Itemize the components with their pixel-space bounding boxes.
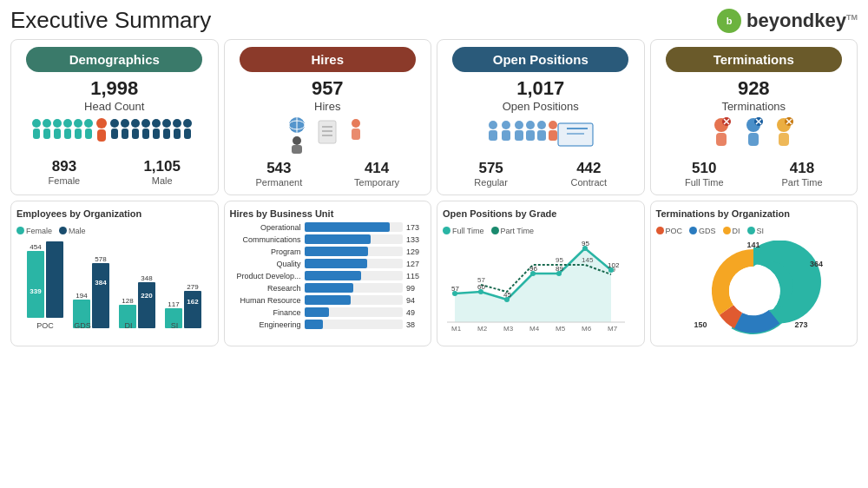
- charts-row: Employees by Organization Female Male 45…: [10, 201, 858, 346]
- open-by-grade-svg: M1 M2 M3 M4 M5 M6 M7 57 60 45 96 89 95 1…: [443, 241, 634, 333]
- hires-by-bu-title: Hires by Business Unit: [230, 208, 426, 219]
- demographics-header: Demographics: [26, 47, 202, 72]
- list-item: Research 99: [230, 283, 426, 293]
- svg-point-10: [74, 119, 82, 128]
- hires-icon: [230, 116, 426, 155]
- svg-point-18: [121, 119, 129, 128]
- svg-point-14: [96, 118, 107, 129]
- terminations-total-label: Terminations: [656, 100, 852, 113]
- svg-rect-27: [163, 129, 170, 139]
- list-item: Finance 49: [230, 307, 426, 317]
- female-label: Female: [49, 175, 81, 186]
- svg-rect-93: [184, 291, 201, 328]
- svg-text:145: 145: [582, 256, 594, 264]
- svg-rect-53: [526, 130, 535, 141]
- logo: b beyondkeyTM: [717, 9, 858, 33]
- svg-text:454: 454: [30, 243, 42, 251]
- svg-text:GDS: GDS: [74, 321, 91, 330]
- kpi-row: Demographics 1,998 Head Count: [10, 39, 858, 195]
- svg-point-26: [162, 119, 171, 128]
- logo-text: beyondkeyTM: [746, 10, 858, 32]
- parttime-item: 418 Part Time: [781, 160, 822, 188]
- svg-rect-15: [97, 129, 106, 142]
- svg-rect-55: [537, 130, 546, 141]
- si-legend: SI: [747, 222, 765, 238]
- female-item: 893 Female: [49, 158, 81, 186]
- svg-point-46: [489, 121, 497, 129]
- svg-point-6: [53, 119, 62, 128]
- svg-point-122: [608, 267, 614, 273]
- male-legend: Male: [59, 222, 86, 238]
- list-item: Communications 133: [230, 234, 426, 244]
- svg-point-41: [352, 119, 360, 128]
- svg-rect-21: [132, 129, 139, 139]
- svg-point-28: [173, 119, 181, 128]
- svg-point-50: [515, 121, 523, 129]
- svg-point-35: [293, 136, 301, 145]
- parttime-count: 418: [781, 160, 822, 177]
- svg-rect-17: [111, 129, 118, 139]
- svg-text:M5: M5: [556, 325, 566, 333]
- donut-hole: [729, 267, 778, 315]
- svg-point-22: [141, 119, 150, 128]
- svg-rect-69: [779, 133, 789, 146]
- di-legend: DI: [723, 222, 740, 238]
- svg-rect-37: [319, 121, 336, 143]
- svg-text:M4: M4: [529, 325, 540, 333]
- male-item: 1,105 Male: [143, 158, 181, 186]
- svg-text:384: 384: [95, 279, 107, 287]
- list-item: Quality 127: [230, 259, 426, 268]
- term-by-org-chart: Terminations by Organization POC GDS DI …: [650, 201, 858, 346]
- svg-rect-3: [33, 129, 40, 139]
- demographics-total: 1,998: [16, 77, 213, 100]
- terminations-icon: [656, 116, 852, 155]
- hires-sub: 543 Permanent 414 Temporary: [230, 160, 426, 188]
- parttime-label: Part Time: [781, 177, 822, 188]
- svg-point-20: [131, 119, 140, 128]
- hires-total: 957: [230, 77, 426, 100]
- svg-point-116: [452, 291, 457, 296]
- terminations-total: 928: [656, 77, 852, 100]
- svg-rect-13: [85, 129, 92, 139]
- permanent-count: 543: [255, 160, 302, 177]
- gds-legend: GDS: [689, 222, 716, 238]
- svg-text:b: b: [727, 16, 733, 26]
- open-by-grade-title: Open Positions by Grade: [443, 208, 639, 219]
- svg-text:SI: SI: [171, 321, 179, 330]
- demographics-sub: 893 Female 1,105 Male: [16, 158, 213, 186]
- donut-chart: 141 364 273 150: [656, 241, 852, 337]
- demographics-total-label: Head Count: [16, 100, 213, 113]
- page-title: Executive Summary: [10, 7, 211, 34]
- svg-text:M2: M2: [477, 325, 488, 333]
- svg-text:M1: M1: [451, 325, 462, 333]
- permanent-item: 543 Permanent: [255, 160, 302, 188]
- parttime-legend: Part Time: [491, 222, 535, 238]
- hires-by-bu-chart: Hires by Business Unit Operational 173 C…: [224, 201, 432, 346]
- svg-text:DI: DI: [125, 321, 133, 330]
- terminations-header: Terminations: [666, 47, 842, 72]
- logo-icon: b: [717, 9, 741, 33]
- svg-text:95: 95: [556, 256, 563, 264]
- emp-by-org-svg: 454 793 339 POC 194 578 384 GDS 128 348: [16, 241, 207, 339]
- svg-text:279: 279: [187, 283, 199, 291]
- demographics-icon: [16, 116, 213, 153]
- svg-rect-47: [489, 130, 497, 141]
- svg-text:M3: M3: [503, 325, 514, 333]
- svg-text:POC: POC: [36, 321, 54, 330]
- temporary-label: Temporary: [354, 177, 399, 188]
- open-positions-header: Open Positions: [452, 47, 628, 72]
- donut-svg: 141 364 273 150: [662, 241, 845, 338]
- svg-text:348: 348: [141, 274, 153, 282]
- svg-text:128: 128: [122, 297, 134, 305]
- svg-point-118: [504, 297, 510, 302]
- svg-rect-36: [292, 145, 302, 154]
- svg-point-2: [32, 119, 41, 128]
- open-positions-card: Open Positions 1,017 Open Positions: [437, 39, 645, 195]
- open-by-grade-legend: Full Time Part Time: [443, 222, 639, 238]
- svg-point-120: [556, 271, 562, 276]
- svg-text:57: 57: [477, 276, 485, 284]
- temporary-item: 414 Temporary: [354, 160, 399, 188]
- female-count: 893: [49, 158, 81, 175]
- emp-by-org-chart: Employees by Organization Female Male 45…: [10, 201, 219, 346]
- svg-text:339: 339: [30, 287, 42, 295]
